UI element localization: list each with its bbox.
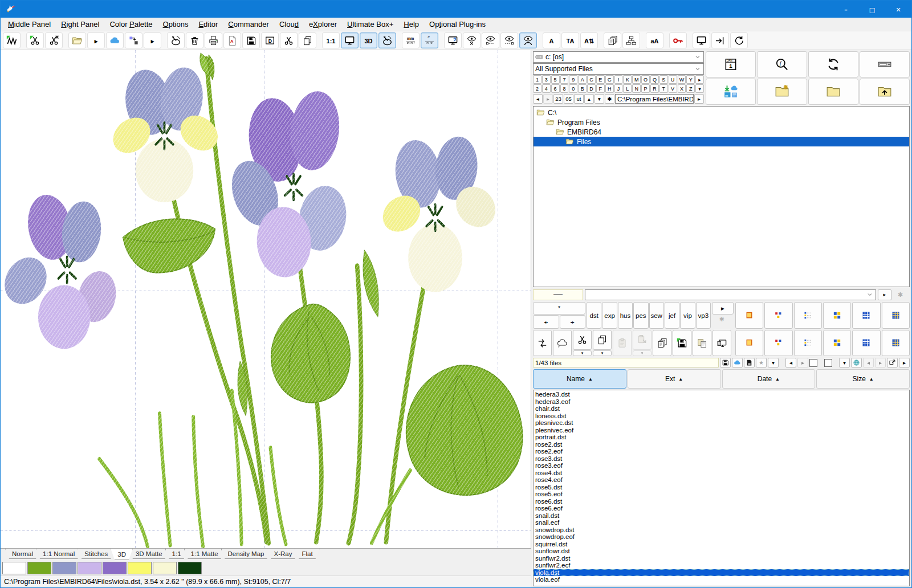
file-item[interactable]: plesnivec.eof [534, 427, 909, 434]
ext-all-button[interactable]: * [533, 302, 585, 315]
alphabet-filter-button[interactable]: I [614, 75, 623, 84]
password-button[interactable] [669, 32, 687, 48]
view-details-button[interactable] [794, 302, 822, 329]
alphabet-filter-button[interactable]: 0 [569, 84, 577, 93]
page-prev-button[interactable]: ◂ [863, 358, 874, 368]
tab-stitches[interactable]: Stitches [78, 549, 115, 559]
thread-color-7[interactable] [153, 562, 177, 574]
tab-x-ray[interactable]: X-Ray [267, 549, 299, 559]
month-filter-button[interactable]: 05 [564, 94, 573, 104]
thread-color-6[interactable] [128, 562, 152, 574]
mask-apply-button[interactable]: ▸ [878, 289, 891, 300]
tree-item-files[interactable]: Files [534, 137, 909, 146]
copy-button[interactable] [299, 32, 316, 48]
font-manager-button[interactable]: aA [646, 32, 663, 48]
file-op-button[interactable] [633, 330, 652, 350]
alphabet-filter-button[interactable]: 1 [533, 75, 542, 84]
export-pdf-button[interactable] [223, 32, 241, 48]
history-forward-button[interactable]: ▸ [797, 358, 808, 368]
sort-down-button[interactable]: ▾ [595, 94, 604, 104]
units-mm-button[interactable] [402, 32, 420, 48]
browse-details-button[interactable] [794, 330, 822, 357]
refresh-button[interactable] [808, 51, 858, 77]
current-path-field[interactable]: C:\Program Files\EMBIRD64\Files [615, 94, 694, 104]
nav-prev-button[interactable]: ◂ [533, 94, 543, 104]
alphabet-filter-button[interactable]: G [605, 75, 614, 84]
file-op-menu-arrow[interactable]: ▾ [573, 350, 592, 356]
align-button[interactable] [711, 32, 729, 48]
file-item[interactable]: plesnivec.dst [534, 419, 909, 427]
menu-commander[interactable]: Commander [223, 18, 274, 30]
alphabet-filter-button[interactable]: ▾ [695, 84, 704, 93]
units-inch-button[interactable] [421, 32, 438, 48]
browse-small-icons-button[interactable] [882, 330, 910, 357]
subfolders-checkbox[interactable] [809, 359, 817, 367]
search-files-button[interactable] [757, 51, 807, 77]
zoom-actual-button[interactable]: 1:1 [322, 32, 340, 48]
save-button[interactable] [242, 32, 260, 48]
sort-up-button[interactable]: ▴ [584, 94, 594, 104]
sort-by-ext-button[interactable]: Ext▲ [628, 369, 721, 389]
file-item[interactable]: rose5.dst [534, 484, 909, 491]
parent-folder-button[interactable] [860, 79, 910, 105]
alphabet-filter-button[interactable]: C [587, 75, 596, 84]
sewing-simulator-button[interactable] [378, 32, 396, 48]
tab-normal[interactable]: Normal [5, 549, 40, 559]
monitor-calibration-button[interactable] [693, 32, 710, 48]
file-item[interactable]: rose3.eof [534, 462, 909, 469]
file-op-menu-arrow[interactable]: ▾ [593, 350, 612, 356]
cloud-list-button[interactable] [732, 358, 743, 368]
card-reader-button[interactable] [744, 358, 755, 368]
favorites-button[interactable]: ★ [756, 358, 767, 368]
file-item[interactable]: sunflwr2.dst [534, 555, 909, 562]
ext-more-button[interactable]: ▸ [712, 302, 734, 315]
view-single-button[interactable] [735, 302, 763, 329]
file-item[interactable]: hedera3.eof [534, 398, 909, 406]
alphabet-filter-button[interactable]: L [623, 84, 632, 93]
open-menu-arrow[interactable]: ▸ [87, 32, 105, 48]
menu-optional-plugins[interactable]: Optional Plug-ins [424, 18, 491, 30]
alphabet-filter-button[interactable]: 6 [551, 84, 560, 93]
ext-next-button[interactable]: •▸ [560, 315, 586, 329]
menu-options[interactable]: Options [158, 18, 194, 30]
favorites-menu-arrow[interactable]: ▾ [768, 358, 779, 368]
file-item[interactable]: rose2.dst [534, 441, 909, 448]
ext-filter-button[interactable]: dst [587, 302, 601, 329]
alphabet-filter-button[interactable]: O [641, 75, 650, 84]
alphabet-filter-button[interactable]: M [632, 75, 641, 84]
day-filter-button[interactable]: 23 [553, 94, 563, 104]
menu-right-panel[interactable]: Right Panel [56, 18, 104, 30]
lettering-button[interactable]: A [543, 32, 560, 48]
alphabet-filter-button[interactable]: 4 [542, 84, 551, 93]
menu-help[interactable]: Help [398, 18, 424, 30]
thread-color-8[interactable] [178, 562, 202, 574]
file-op-button[interactable] [553, 330, 572, 356]
rotate-button[interactable] [730, 32, 748, 48]
alphabet-filter-button[interactable]: D [587, 84, 596, 93]
sort-objects-button[interactable]: A⇅ [580, 32, 598, 48]
file-item[interactable]: lioness.dst [534, 413, 909, 420]
alphabet-filter-button[interactable]: A [578, 75, 587, 84]
ext-filter-button[interactable]: hus [618, 302, 633, 329]
file-item[interactable]: rose6.dst [534, 498, 909, 505]
mask-box[interactable]: — [533, 289, 583, 300]
ext-filter-button[interactable]: sew [649, 302, 664, 329]
alphabet-filter-button[interactable]: V [669, 84, 677, 93]
file-op-button[interactable] [653, 330, 671, 356]
alphabet-filter-button[interactable]: R [650, 84, 659, 93]
history-back-button[interactable]: ◂ [785, 358, 796, 368]
file-item[interactable]: portrait.dst [534, 434, 909, 441]
browse-large-icons-button[interactable] [823, 330, 851, 357]
close-button[interactable]: ✕ [885, 1, 911, 18]
date-filter-button[interactable] [706, 51, 756, 77]
thread-color-2[interactable] [27, 562, 51, 574]
web-catalog-button[interactable] [851, 358, 862, 368]
stitches-generator-button[interactable] [3, 32, 21, 48]
wildcard-button[interactable]: ✱ [605, 94, 614, 104]
view-3d-button[interactable]: 3D [360, 32, 377, 48]
menu-ultimate-box[interactable]: Ultimate Box+ [342, 18, 398, 30]
remove-stitches-button[interactable] [45, 32, 63, 48]
thread-color-1[interactable] [2, 562, 26, 574]
iconizer-button[interactable] [261, 32, 279, 48]
ext-filter-button[interactable]: jef [665, 302, 679, 329]
